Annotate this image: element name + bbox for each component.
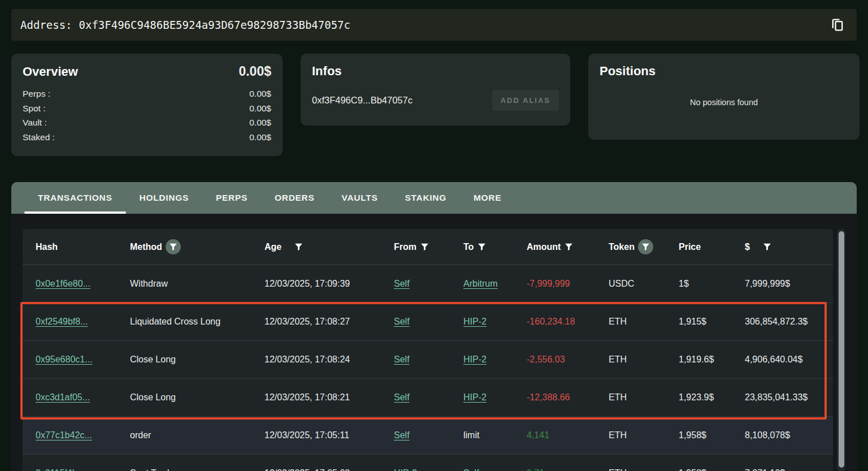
method-value: Close Long (130, 392, 176, 402)
tab-vaults[interactable]: VAULTS (328, 182, 392, 214)
token-value: USDC (609, 279, 634, 288)
add-alias-button[interactable]: ADD ALIAS (492, 90, 559, 111)
token-value-cell: ETH (609, 430, 679, 440)
age-value: 12/03/2025, 17:09:39 (264, 279, 350, 288)
method-value-cell: order (130, 430, 264, 440)
to-link[interactable]: HIP-2 (463, 355, 487, 364)
age-value-cell: 12/03/2025, 17:08:21 (264, 392, 394, 403)
from-link[interactable]: Self (394, 430, 410, 440)
method-value-cell: Withdraw (130, 279, 264, 289)
to-link[interactable]: HIP-2 (463, 392, 487, 402)
positions-card: Positions No positions found (588, 54, 860, 140)
hash-link[interactable]: 0x95e680c1... (36, 355, 93, 364)
tab-holdings[interactable]: HOLDINGS (126, 182, 202, 214)
age-value: 12/03/2025, 17:05:11 (264, 430, 349, 440)
from-link[interactable]: Self (394, 355, 410, 364)
tab-transactions[interactable]: TRANSACTIONS (24, 182, 126, 214)
amount-value-cell: -7,999,999 (527, 279, 609, 289)
filter-funnel-icon[interactable] (762, 242, 772, 252)
filter-funnel-icon[interactable] (564, 242, 574, 252)
tab-perps[interactable]: PERPS (202, 182, 261, 214)
column-label: Hash (36, 242, 58, 252)
usd-value-cell: 7,071.10$ (745, 468, 833, 471)
hash-link[interactable]: 0xc3d1af05... (36, 392, 90, 402)
price-value: 1,923.9$ (679, 392, 714, 402)
age-value: 12/03/2025, 17:05:00 (264, 468, 350, 471)
no-positions-text: No positions found (600, 98, 848, 107)
amount-value-cell: 4,141 (527, 430, 609, 440)
filter-funnel-icon[interactable] (166, 239, 181, 254)
usd-value: 4,906,640.04$ (745, 355, 802, 364)
tab-staking[interactable]: STAKING (391, 182, 460, 214)
from-link-cell: Self (394, 279, 463, 289)
age-value: 12/03/2025, 17:08:24 (264, 355, 350, 364)
method-value-cell: Close Long (130, 355, 264, 365)
from-link-cell: HIP-2 (394, 468, 463, 471)
usd-value: 7,999,999$ (745, 279, 790, 288)
to-link: limit (463, 430, 479, 440)
from-link[interactable]: Self (394, 392, 410, 402)
method-value-cell: Close Long (130, 392, 264, 403)
to-link-cell: HIP-2 (463, 355, 527, 365)
usd-value-cell: 8,108,078$ (745, 430, 833, 440)
to-link[interactable]: HIP-2 (463, 317, 487, 326)
tab-orders[interactable]: ORDERS (261, 182, 328, 214)
filter-funnel-icon[interactable] (638, 239, 653, 254)
tab-more[interactable]: MORE (460, 182, 515, 214)
infos-card: Infos 0xf3F496C9...Bb47057c ADD ALIAS (301, 54, 570, 126)
amount-value-cell: -2,556.03 (527, 355, 609, 365)
usd-value-cell: 23,835,041.33$ (745, 392, 833, 403)
overview-row-staked: Staked : 0.00$ (23, 130, 271, 145)
column-header-usd: $ (745, 242, 833, 252)
to-link-cell: HIP-2 (463, 392, 527, 403)
table-header: HashMethodAgeFromToAmountTokenPrice$ (23, 229, 833, 265)
to-link[interactable]: Arbitrum (463, 279, 497, 288)
to-link[interactable]: Self (463, 468, 479, 471)
address-bar: Address: 0xf3F496C9486BE5924a93D67e98298… (11, 9, 857, 41)
age-value-cell: 12/03/2025, 17:09:39 (264, 279, 394, 289)
filter-funnel-icon[interactable] (477, 242, 487, 252)
token-value: ETH (609, 355, 627, 364)
method-value: Close Long (130, 355, 176, 364)
hash-link[interactable]: 0x0e1f6e80... (36, 279, 90, 288)
method-value: order (130, 430, 151, 440)
price-value-cell: 1,919.6$ (679, 355, 745, 365)
method-value: Withdraw (130, 279, 168, 288)
amount-value: -7,999,999 (527, 279, 570, 288)
copy-address-button[interactable] (827, 15, 848, 35)
hash-link[interactable]: 0x77c1b42c... (36, 430, 92, 440)
to-link-cell: HIP-2 (463, 317, 527, 327)
usd-value: 8,108,078$ (745, 430, 790, 440)
token-value: ETH (609, 317, 627, 326)
usd-value-cell: 4,906,640.04$ (745, 355, 833, 365)
hash-link[interactable]: 0xf2549bf8... (36, 317, 88, 326)
infos-address-short: 0xf3F496C9...Bb47057c (312, 95, 413, 106)
amount-value-cell: 0.71 (527, 468, 609, 471)
from-link[interactable]: Self (394, 279, 410, 288)
filter-funnel-icon[interactable] (294, 242, 303, 252)
transactions-table: HashMethodAgeFromToAmountTokenPrice$ 0x0… (23, 229, 845, 471)
price-value: 1,958$ (679, 468, 706, 471)
column-label: Age (264, 242, 281, 252)
column-header-from: From (394, 242, 463, 252)
overview-value: 0.00$ (249, 101, 271, 116)
column-label: Amount (527, 242, 561, 252)
hash-link[interactable]: 0x0115f4b... (36, 468, 85, 471)
amount-value: -2,556.03 (527, 355, 565, 364)
method-value: Liquidated Cross Long (130, 317, 220, 326)
price-value-cell: 1$ (679, 279, 745, 289)
token-value-cell: ETH (609, 468, 679, 471)
overview-row-spot: Spot : 0.00$ (23, 101, 271, 116)
from-link[interactable]: HIP-2 (394, 468, 417, 471)
overview-label: Vault : (23, 115, 47, 130)
to-link-cell: Arbitrum (463, 279, 527, 289)
usd-value: 7,071.10$ (745, 468, 785, 471)
copy-icon (830, 17, 845, 33)
table-row: 0xc3d1af05...Close Long12/03/2025, 17:08… (23, 379, 833, 417)
from-link[interactable]: Self (394, 317, 410, 326)
column-header-to: To (463, 242, 527, 252)
price-value: 1,919.6$ (679, 355, 714, 364)
scrollbar-thumb[interactable] (839, 231, 844, 468)
filter-funnel-icon[interactable] (420, 242, 429, 252)
amount-value-cell: -12,388.66 (527, 392, 609, 403)
